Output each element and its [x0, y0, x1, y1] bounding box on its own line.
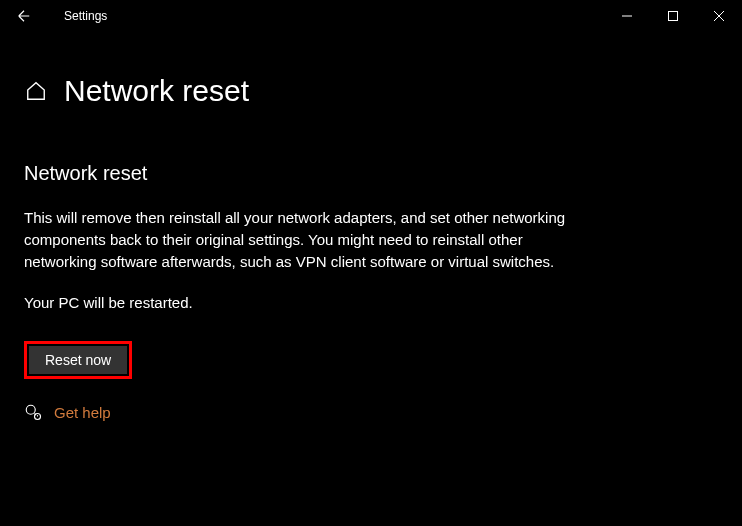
titlebar-left: Settings	[8, 4, 107, 28]
page-title: Network reset	[64, 74, 249, 108]
back-button[interactable]	[12, 4, 36, 28]
close-button[interactable]	[696, 0, 742, 32]
help-icon	[24, 403, 42, 421]
back-arrow-icon	[15, 7, 33, 25]
page-title-row: Network reset	[24, 74, 718, 108]
window-title: Settings	[64, 9, 107, 23]
maximize-icon	[668, 11, 678, 21]
maximize-button[interactable]	[650, 0, 696, 32]
minimize-icon	[622, 11, 632, 21]
svg-point-4	[26, 406, 35, 415]
home-icon-svg	[25, 80, 47, 102]
svg-rect-1	[669, 12, 678, 21]
section-heading: Network reset	[24, 162, 718, 185]
help-icon-svg	[24, 403, 42, 421]
home-icon[interactable]	[24, 79, 48, 103]
help-row: Get help	[24, 403, 718, 421]
reset-button-highlight: Reset now	[24, 341, 132, 379]
content-area: Network reset Network reset This will re…	[0, 74, 742, 421]
restart-note: Your PC will be restarted.	[24, 294, 718, 311]
get-help-link[interactable]: Get help	[54, 404, 111, 421]
reset-now-button[interactable]: Reset now	[29, 346, 127, 374]
close-icon	[714, 11, 724, 21]
window-controls	[604, 0, 742, 32]
description-text: This will remove then reinstall all your…	[24, 207, 584, 272]
titlebar: Settings	[0, 0, 742, 32]
minimize-button[interactable]	[604, 0, 650, 32]
